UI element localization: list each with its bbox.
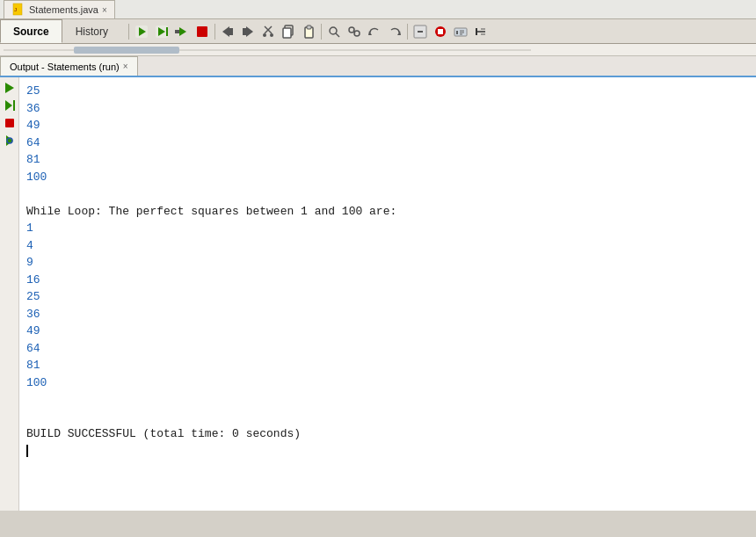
cursor-line: [26, 443, 749, 461]
sep1: [128, 24, 129, 40]
file-tab-label: Statements.java: [29, 4, 98, 15]
run-project-button[interactable]: [152, 22, 171, 41]
tab-history[interactable]: History: [62, 19, 121, 43]
output-line: 100: [26, 169, 749, 186]
redo-button[interactable]: [385, 22, 404, 41]
output-line: 100: [26, 374, 749, 392]
output-tab[interactable]: Output - Statements (run) ×: [0, 56, 138, 76]
toggle1-button[interactable]: [411, 22, 430, 41]
svg-marker-44: [5, 83, 14, 93]
svg-rect-21: [307, 25, 311, 29]
svg-rect-47: [5, 119, 14, 127]
undo-button[interactable]: [365, 22, 384, 41]
output-line: 36: [26, 100, 749, 118]
output-line: [26, 391, 749, 409]
svg-point-22: [330, 27, 337, 34]
output-line: 25: [26, 288, 749, 306]
svg-rect-19: [283, 28, 291, 38]
output-line: [26, 409, 749, 426]
svg-point-16: [263, 33, 266, 37]
output-line: BUILD SUCCESSFUL (total time: 0 seconds): [26, 425, 749, 443]
back-button[interactable]: [218, 22, 237, 41]
output-tab-bar: Output - Statements (run) ×: [0, 56, 756, 77]
output-sidebar: [0, 77, 19, 511]
output-line: 49: [26, 117, 749, 134]
debug-icon[interactable]: [3, 134, 17, 148]
java-file-icon: J: [11, 3, 25, 17]
paste-button[interactable]: [299, 22, 318, 41]
output-line: 64: [26, 134, 749, 152]
debug-button[interactable]: [172, 22, 192, 41]
replace-button[interactable]: [345, 22, 364, 41]
svg-line-23: [336, 33, 339, 37]
output-line: 81: [26, 151, 749, 169]
sep3: [321, 24, 322, 40]
build2-button[interactable]: [471, 22, 491, 41]
find-button[interactable]: [324, 22, 344, 41]
build1-button[interactable]: [451, 22, 470, 41]
output-content: 2536496481100 While Loop: The perfect sq…: [0, 77, 756, 511]
cut-button[interactable]: [258, 22, 278, 41]
svg-marker-12: [246, 26, 253, 37]
output-line: 16: [26, 272, 749, 289]
sep2: [214, 24, 215, 40]
title-bar: J Statements.java ×: [0, 0, 756, 19]
output-text[interactable]: 2536496481100 While Loop: The perfect sq…: [19, 77, 756, 511]
output-line: While Loop: The perfect squares between …: [26, 203, 749, 221]
output-panel: Output - Statements (run) × 2: [0, 56, 756, 511]
fwd-button[interactable]: [238, 22, 258, 41]
stop2-button[interactable]: [431, 22, 450, 41]
file-tab-close[interactable]: ×: [102, 5, 107, 15]
copy-button[interactable]: [279, 22, 298, 41]
sep4: [407, 24, 408, 40]
svg-rect-32: [438, 29, 443, 34]
editor-tab-bar: Source History: [0, 19, 756, 44]
svg-marker-45: [5, 100, 12, 111]
file-tab[interactable]: J Statements.java ×: [4, 0, 115, 18]
output-tab-close[interactable]: ×: [123, 62, 128, 71]
svg-rect-8: [175, 30, 179, 33]
breadcrumb-area: [0, 44, 756, 56]
svg-rect-9: [197, 26, 207, 37]
svg-point-17: [270, 33, 273, 37]
output-tab-label: Output - Statements (run): [10, 62, 120, 72]
output-line: 36: [26, 306, 749, 323]
output-line: 1: [26, 220, 749, 237]
svg-rect-11: [229, 28, 233, 35]
output-line: 49: [26, 323, 749, 340]
run2-icon[interactable]: [3, 98, 17, 112]
output-line: 81: [26, 357, 749, 374]
output-line: [26, 185, 749, 203]
svg-rect-13: [243, 28, 246, 35]
toolbar: [127, 22, 491, 41]
stop-button[interactable]: [193, 22, 212, 41]
svg-rect-43: [74, 47, 179, 54]
output-line: 4: [26, 237, 749, 255]
output-line: 25: [26, 83, 749, 100]
svg-rect-46: [13, 100, 15, 111]
svg-text:J: J: [14, 7, 17, 12]
tab-source[interactable]: Source: [0, 19, 62, 43]
stop-icon[interactable]: [3, 116, 17, 130]
run-icon[interactable]: [3, 81, 17, 95]
output-line: 9: [26, 254, 749, 272]
svg-rect-6: [166, 27, 168, 36]
run-button[interactable]: [132, 22, 151, 41]
output-line: 64: [26, 340, 749, 358]
svg-marker-10: [222, 26, 229, 37]
svg-marker-7: [179, 27, 186, 36]
